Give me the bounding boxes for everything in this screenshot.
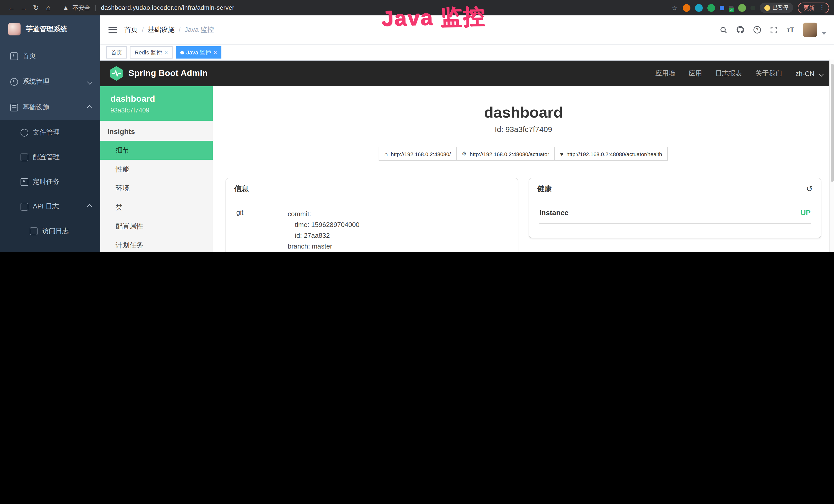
extension-icon-orange[interactable]	[682, 4, 690, 12]
service-url-link[interactable]: ⌂ http://192.168.0.2:48080/	[379, 147, 456, 161]
health-url-link[interactable]: ♥ http://192.168.0.2:48080/actuator/heal…	[554, 147, 668, 161]
app-main: 首页 / 基础设施 / Java 监控 ?	[100, 16, 834, 252]
menu-item-scheduled-tasks[interactable]: 计划任务	[100, 236, 213, 252]
breadcrumb-home[interactable]: 首页	[124, 25, 138, 35]
menu-item-environment[interactable]: 环境	[100, 179, 213, 198]
chevron-up-icon	[87, 105, 92, 110]
insights-label: Insights	[100, 121, 213, 141]
info-key: git	[236, 208, 288, 252]
hamburger-icon[interactable]	[108, 26, 117, 33]
caret-down-icon[interactable]	[822, 32, 826, 35]
sidebar-item-config-mgmt[interactable]: 配置管理	[0, 145, 100, 169]
scrollbar-thumb[interactable]	[830, 64, 833, 182]
screen: ← → ↻ ⌂ ▲ 不安全 dashboard.yudao.iocoder.cn…	[0, 0, 834, 252]
breadcrumb-separator: /	[178, 26, 180, 33]
edit-icon	[21, 153, 28, 161]
tab-redis-monitor[interactable]: Redis 监控 ×	[130, 46, 172, 59]
sba-sidebar: dashboard 93a3fc7f7409 Insights 细节 性能 环境…	[100, 86, 213, 252]
extension-icon-leaf[interactable]	[738, 4, 746, 12]
reload-icon[interactable]: ↻	[30, 4, 42, 12]
user-avatar[interactable]	[803, 23, 817, 37]
extension-icon-drop[interactable]	[695, 4, 702, 12]
log-icon	[30, 227, 38, 235]
instance-name: dashboard	[110, 94, 202, 104]
forward-icon[interactable]: →	[18, 4, 30, 12]
extension-icon-dark[interactable]	[750, 5, 755, 10]
sidebar-item-api-logs[interactable]: API 日志	[0, 194, 100, 219]
insights-group: Insights 细节 性能 环境 类 配置属性 计划任务	[100, 121, 213, 252]
fullscreen-icon[interactable]	[770, 26, 778, 33]
github-icon[interactable]	[736, 26, 744, 34]
menu-item-performance[interactable]: 性能	[100, 160, 213, 179]
sidebar-item-error-logs[interactable]: 错误日志	[0, 244, 100, 252]
git-commit-line: commit:	[288, 208, 507, 219]
health-card: 健康 ↺ Instance UP	[529, 178, 821, 238]
home-icon[interactable]: ⌂	[42, 4, 54, 12]
update-button[interactable]: 更新 ⋮	[798, 2, 829, 13]
header-actions: ? тT	[720, 23, 826, 37]
sidebar-item-access-logs[interactable]: 访问日志	[0, 219, 100, 244]
menu-item-details[interactable]: 细节	[100, 141, 213, 160]
sba-content: dashboard Id: 93a3fc7f7409 ⌂ http://192.…	[213, 86, 834, 252]
sba-brand[interactable]: Spring Boot Admin	[109, 66, 208, 81]
bookmark-star-icon[interactable]: ☆	[672, 4, 678, 12]
sba-nav-wallboard[interactable]: 应用墙	[655, 69, 675, 78]
tab-label: Java 监控	[186, 48, 211, 56]
instance-header[interactable]: dashboard 93a3fc7f7409	[100, 86, 213, 121]
extension-icon-grid[interactable]	[720, 5, 724, 10]
smiley-icon	[764, 5, 770, 10]
chevron-down-icon	[818, 71, 824, 76]
breadcrumb-infrastructure[interactable]: 基础设施	[148, 25, 174, 35]
search-icon[interactable]	[720, 26, 727, 33]
sidebar-item-scheduled-jobs[interactable]: 定时任务	[0, 169, 100, 194]
wrench-icon: ⚙	[462, 151, 467, 157]
back-icon[interactable]: ←	[5, 4, 18, 12]
instance-links: ⌂ http://192.168.0.2:48080/ ⚙ http://192…	[226, 147, 821, 161]
history-icon[interactable]: ↺	[806, 184, 813, 193]
link-url: http://192.168.0.2:48080/actuator/health	[566, 151, 662, 157]
font-size-icon[interactable]: тT	[787, 26, 794, 33]
info-card: 信息 git commit: time: 1596289704000 id: 2…	[226, 178, 518, 252]
git-time-line: time: 1596289704000	[288, 219, 507, 230]
menu-item-config-props[interactable]: 配置属性	[100, 217, 213, 236]
breadcrumb-current: Java 监控	[185, 25, 214, 35]
info-value: commit: time: 1596289704000 id: 27aa832 …	[288, 208, 507, 252]
paused-chip[interactable]: 已暂停	[760, 3, 793, 13]
omnibox[interactable]: ▲ 不安全 dashboard.yudao.iocoder.cn/infra/a…	[63, 4, 234, 12]
sba-nav-applications[interactable]: 应用	[688, 69, 702, 78]
close-icon[interactable]: ×	[214, 49, 217, 55]
active-tab-dot	[180, 51, 184, 54]
health-instance-label: Instance	[540, 208, 569, 217]
actuator-url-link[interactable]: ⚙ http://192.168.0.2:48080/actuator	[456, 147, 555, 161]
menu-item-classes[interactable]: 类	[100, 198, 213, 217]
close-icon[interactable]: ×	[164, 49, 168, 55]
app-logo[interactable]: 芋道管理系统	[0, 16, 100, 43]
page-title: dashboard	[226, 104, 821, 121]
health-card-title: 健康	[537, 184, 552, 193]
file-icon	[21, 129, 28, 136]
sidebar-item-system-mgmt[interactable]: 系统管理	[0, 69, 100, 94]
sidebar-item-label: API 日志	[33, 202, 59, 211]
chevron-up-icon	[87, 204, 92, 209]
sidebar-item-file-mgmt[interactable]: 文件管理	[0, 120, 100, 145]
sba-locale-select[interactable]: zh-CN	[795, 70, 823, 77]
scrollbar-track[interactable]	[829, 60, 834, 252]
home-icon: ⌂	[384, 151, 388, 157]
menu-kebab-icon[interactable]: ⋮	[817, 4, 827, 11]
sba-nav-journal[interactable]: 日志报表	[715, 69, 742, 78]
extension-icon-tampermonkey[interactable]: on	[729, 5, 733, 10]
sba-nav-about[interactable]: 关于我们	[755, 69, 782, 78]
tab-home[interactable]: 首页	[106, 46, 127, 59]
sidebar-item-infrastructure[interactable]: 基础设施	[0, 94, 100, 120]
url-text[interactable]: dashboard.yudao.iocoder.cn/infra/admin-s…	[101, 4, 235, 11]
help-icon[interactable]: ?	[753, 26, 761, 34]
divider	[95, 4, 96, 11]
tab-java-monitor[interactable]: Java 监控 ×	[175, 46, 221, 59]
sba-logo-icon	[109, 66, 123, 81]
sidebar-item-home[interactable]: 首页	[0, 43, 100, 69]
sidebar-item-label: 基础设施	[23, 103, 49, 112]
instance-id: 93a3fc7f7409	[110, 107, 202, 114]
heart-icon: ♥	[560, 151, 563, 157]
extension-icon-green[interactable]	[707, 4, 715, 12]
on-badge: on	[729, 7, 734, 12]
